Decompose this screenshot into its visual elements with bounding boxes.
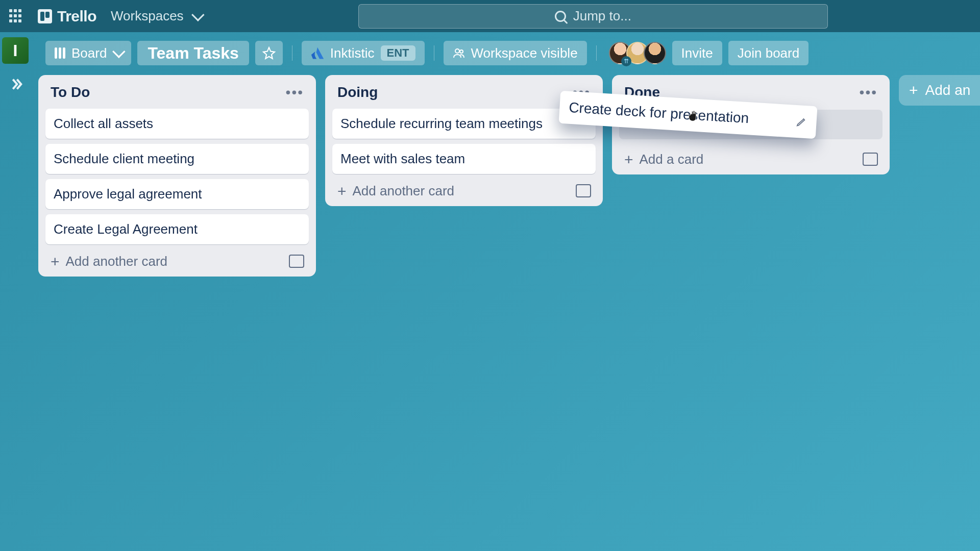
svg-point-0 [455,49,459,53]
workspaces-dropdown[interactable]: Workspaces [111,8,201,24]
add-card-row: + Add another card [332,179,596,201]
card-template-button[interactable] [864,154,877,165]
divider [434,45,434,61]
star-icon [262,46,276,60]
invite-label: Invite [681,45,713,61]
card[interactable]: Schedule recurring team meetings [332,109,596,139]
card[interactable]: Approve legal agreement [45,179,309,209]
search-input[interactable]: Jump to... [358,4,828,29]
board-area: I Board Team Tasks Inktistic [0,32,980,551]
avatar[interactable] [644,42,666,64]
visibility-button[interactable]: Workspace visible [444,41,587,65]
card[interactable]: Create Legal Agreement [45,214,309,244]
list-header: Doing ••• [332,82,596,104]
sync-badge-icon: ⇈ [621,56,631,66]
sidebar-expand-button[interactable] [8,76,24,96]
dragging-card-text: Create deck for presentation [568,99,749,127]
add-card-label: Add another card [66,254,167,269]
board-title-text: Team Tasks [148,44,238,63]
workspace-badge[interactable]: I [2,37,29,64]
card[interactable]: Collect all assets [45,109,309,139]
workspaces-label: Workspaces [111,8,184,24]
card[interactable]: Schedule client meeting [45,144,309,174]
board-members[interactable]: ⇈ [609,42,666,64]
add-card-row: + Add another card [45,249,309,271]
add-list-label: Add an [925,82,971,98]
list-menu-button[interactable]: ••• [286,84,304,101]
card[interactable]: Meet with sales team [332,144,596,174]
chevron-down-icon [112,45,125,58]
list-todo: To Do ••• Collect all assets Schedule cl… [38,75,316,277]
search-placeholder: Jump to... [573,8,631,24]
list-menu-button[interactable]: ••• [860,84,877,101]
plus-icon: + [51,254,60,269]
pencil-icon[interactable] [796,116,807,128]
divider [292,45,292,61]
add-card-button[interactable]: + Add a card [624,152,703,167]
join-label: Join board [738,45,799,61]
add-card-button[interactable]: + Add another card [337,183,454,199]
org-tier-badge: ENT [381,45,415,61]
org-button[interactable]: Inktistic ENT [302,41,425,65]
list-title[interactable]: To Do [51,84,90,101]
app-header: Trello Workspaces Jump to... [0,0,980,32]
divider [596,45,597,61]
search-wrap: Jump to... [215,4,971,29]
grab-cursor-icon [687,108,702,123]
board-view-switcher[interactable]: Board [45,41,131,65]
plus-icon: + [624,152,633,167]
atlassian-icon [311,46,324,60]
card-template-button[interactable] [290,256,304,267]
search-icon [555,11,566,22]
plus-icon: + [909,83,918,98]
trello-logo-icon [38,9,52,23]
workspace-initial: I [13,41,18,60]
org-name: Inktistic [330,45,375,61]
add-card-row: + Add a card [619,147,883,169]
list-header: To Do ••• [45,82,309,104]
add-card-label: Add a card [640,152,704,167]
board-title[interactable]: Team Tasks [137,41,249,65]
board-bar: Board Team Tasks Inktistic ENT Work [38,32,980,69]
board-lists: To Do ••• Collect all assets Schedule cl… [38,75,980,277]
svg-point-1 [460,50,463,53]
star-board-button[interactable] [255,41,283,65]
plus-icon: + [337,184,347,199]
card-template-button[interactable] [577,186,591,197]
add-list-button[interactable]: + Add an [899,75,980,106]
add-card-label: Add another card [353,183,454,199]
chevron-down-icon [191,8,204,21]
logo-text: Trello [57,8,96,25]
join-board-button[interactable]: Join board [728,41,808,65]
list-title[interactable]: Doing [337,84,378,101]
board-view-icon [55,47,65,59]
trello-logo[interactable]: Trello [38,8,96,25]
visibility-label: Workspace visible [471,45,578,61]
apps-grid-icon[interactable] [9,9,23,23]
add-card-button[interactable]: + Add another card [51,254,167,269]
board-view-label: Board [71,45,107,61]
invite-button[interactable]: Invite [672,41,722,65]
people-icon [453,47,465,59]
